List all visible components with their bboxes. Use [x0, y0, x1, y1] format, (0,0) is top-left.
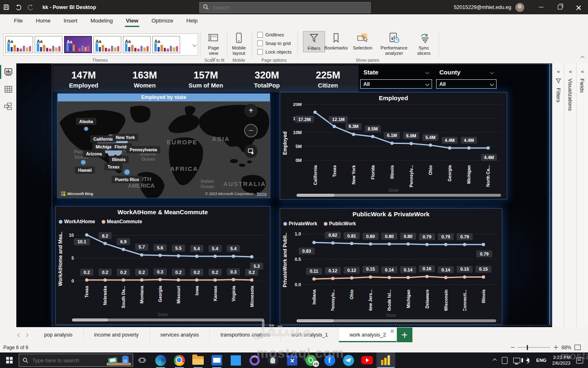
add-page-button[interactable] [397, 328, 412, 342]
map-label-arizona[interactable]: Arizona [83, 150, 105, 157]
state-slicer-dropdown[interactable]: All [360, 79, 432, 89]
model-view-button[interactable] [0, 98, 16, 115]
kpi-women[interactable]: 163MWomen [114, 65, 176, 92]
zoom-slider[interactable] [518, 347, 550, 348]
kpi-sum-of-men[interactable]: 157MSum of Men [175, 65, 236, 92]
theme-thumbnail-6[interactable]: Aa [152, 36, 180, 53]
scrollbar-thumb[interactable] [72, 319, 108, 321]
page-view-button[interactable]: Page view [204, 32, 223, 59]
taskbar-search-box[interactable] [19, 354, 133, 367]
map-body[interactable]: Pacific Ocean Atlantic Ocean EUROPE ASIA… [58, 101, 270, 198]
zoom-in-icon[interactable] [554, 345, 558, 350]
map-label-hawaii[interactable]: Hawaii [75, 166, 95, 174]
snap-to-grid-checkbox[interactable]: Snap to grid [257, 40, 292, 46]
performance-analyzer-button[interactable]: Performance analyzer [376, 32, 412, 56]
taskbar-vscode[interactable] [226, 352, 245, 368]
ribbon-collapse-button[interactable] [581, 54, 584, 61]
map-selection-tool-button[interactable] [244, 144, 258, 158]
zoom-slider-thumb[interactable] [527, 345, 528, 350]
checkbox-icon[interactable] [257, 49, 263, 55]
avatar[interactable] [515, 3, 524, 12]
map-label-alaska[interactable]: Alaska [76, 118, 96, 125]
checkbox-icon[interactable] [257, 32, 263, 38]
taskbar-search-input[interactable] [31, 357, 94, 364]
kpi-totalpop[interactable]: 320MTotalPop [236, 65, 298, 92]
undo-icon[interactable] [12, 2, 24, 13]
tab-pop-analysis[interactable]: pop analysis [33, 328, 84, 342]
bookmarks-button[interactable]: Bookmarks [323, 32, 350, 51]
menu-view[interactable]: View [119, 15, 145, 26]
map-label-texas[interactable]: Texas [105, 163, 123, 171]
map-zoom-in-button[interactable]: + [244, 104, 258, 117]
map-visual-employed-by-state[interactable]: Employed by state [57, 93, 270, 198]
taskbar-mail[interactable] [207, 352, 226, 368]
kpi-employed[interactable]: 147MEmployed [53, 65, 114, 92]
fields-pane-collapsed[interactable]: « Fields [576, 63, 588, 327]
taskbar-youtube[interactable] [358, 352, 376, 368]
theme-thumbnail-5[interactable]: Aa [123, 36, 151, 53]
taskbar-powerbi-active[interactable] [376, 352, 395, 368]
taskbar-file-explorer[interactable] [189, 352, 207, 368]
taskbar-edge[interactable] [151, 352, 170, 368]
tab-services-analysis[interactable]: services analysis [150, 328, 210, 342]
close-button[interactable] [569, 0, 588, 14]
legend-item-privatework[interactable]: PrivateWork [283, 221, 317, 227]
chart-horizontal-scrollbar[interactable] [296, 194, 501, 197]
tab-work-analysis-2-active[interactable]: work analysis_2 [339, 328, 397, 342]
county-slicer-dropdown[interactable]: All [436, 79, 497, 89]
kpi-card-row[interactable]: 147MEmployed 163MWomen 157MSum of Men 32… [53, 65, 359, 92]
start-button[interactable] [0, 352, 19, 368]
menu-modeling[interactable]: Modeling [84, 15, 120, 26]
report-view-button[interactable] [0, 63, 16, 81]
tab-close-icon[interactable] [390, 329, 394, 333]
tab-scroll-left-icon[interactable] [18, 333, 22, 337]
workathome-meancommute-chart[interactable]: WorkAtHome & MeanCommute WorkAtHome Mean… [55, 206, 270, 325]
device-icon[interactable] [502, 357, 508, 364]
themes-more-button[interactable] [191, 34, 198, 56]
map-label-illinois[interactable]: Illinois [109, 156, 129, 163]
task-view-button[interactable] [133, 352, 151, 368]
map-label-new-york[interactable]: New York [113, 134, 138, 141]
language-indicator[interactable]: ENG [536, 358, 546, 363]
county-slicer-header[interactable]: County [436, 67, 497, 77]
search-input[interactable] [212, 4, 367, 11]
chart-horizontal-scrollbar[interactable] [72, 319, 264, 321]
map-label-pennsylvania[interactable]: Pennsylvania [126, 146, 160, 153]
checkbox-icon[interactable] [257, 40, 263, 46]
employed-line-chart[interactable]: Employed Employed 0M5M10M15M20MCaliforni… [280, 92, 507, 200]
expand-pane-icon[interactable]: « [581, 68, 584, 74]
redo-icon[interactable] [24, 2, 37, 13]
visualizations-pane-collapsed[interactable]: « Visualizations [564, 63, 576, 327]
volume-icon[interactable] [526, 358, 529, 362]
terms-link[interactable]: Terms [257, 192, 267, 196]
legend-item-workathome[interactable]: WorkAtHome [59, 219, 95, 224]
map-zoom-out-button[interactable]: − [244, 124, 258, 137]
theme-thumbnail-2[interactable]: Aa [35, 36, 62, 53]
gridlines-checkbox[interactable]: Gridlines [257, 32, 292, 38]
zoom-out-icon[interactable] [511, 347, 514, 348]
menu-insert[interactable]: Insert [57, 15, 84, 26]
tab-scroll-right-icon[interactable] [24, 333, 29, 337]
selection-button[interactable]: Selection [350, 32, 375, 51]
theme-thumbnail-1[interactable]: Aa [5, 36, 33, 53]
expand-pane-icon[interactable]: « [569, 68, 571, 74]
sync-slicers-button[interactable]: Sync slicers [413, 32, 434, 56]
theme-thumbnail-4[interactable]: Aa [94, 36, 121, 53]
menu-file[interactable]: File [7, 15, 29, 26]
themes-gallery[interactable]: Aa Aa Aa Aa Aa Aa [3, 34, 194, 56]
filters-ribbon-button[interactable]: Filters [303, 31, 325, 52]
restore-button[interactable] [550, 0, 569, 14]
account-email[interactable]: 52015229@mhiet.edu.eg [454, 4, 511, 10]
legend-item-meancommute[interactable]: MeanCommute [102, 219, 142, 224]
menu-optimize[interactable]: Optimize [145, 15, 180, 26]
filters-pane-collapsed[interactable]: « Filters [552, 63, 564, 327]
theme-thumbnail-3-selected[interactable]: Aa [64, 36, 92, 53]
save-icon[interactable] [0, 2, 12, 13]
data-view-button[interactable] [0, 81, 16, 98]
taskbar-chrome[interactable] [170, 352, 189, 368]
global-search-box[interactable] [199, 2, 371, 13]
network-icon[interactable] [513, 358, 520, 363]
state-slicer-header[interactable]: State [360, 67, 432, 77]
chart-horizontal-scrollbar[interactable] [296, 319, 496, 322]
map-label-puerto-rico[interactable]: Puerto Rico [112, 176, 143, 183]
